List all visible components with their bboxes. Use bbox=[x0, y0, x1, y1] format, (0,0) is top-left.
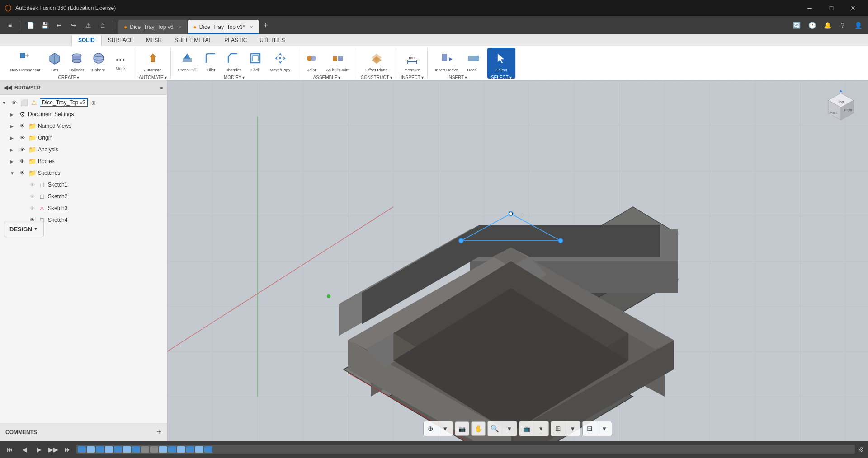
tab-close-2[interactable]: ✕ bbox=[250, 25, 253, 30]
joint-button[interactable]: Joint bbox=[302, 50, 321, 75]
press-pull-button[interactable]: Press Pull bbox=[175, 50, 199, 75]
tab-surface[interactable]: SURFACE bbox=[102, 35, 140, 46]
create-more-button[interactable]: ⋯ More bbox=[110, 50, 130, 75]
display-mode-button[interactable]: ⊞ bbox=[551, 421, 566, 436]
sphere-button[interactable]: Sphere bbox=[89, 50, 108, 75]
design-mode-button[interactable]: DESIGN ▼ bbox=[4, 221, 44, 237]
box-button[interactable]: Box bbox=[45, 50, 65, 75]
tab-utilities[interactable]: UTILITIES bbox=[253, 35, 291, 46]
fillet-button[interactable]: Fillet bbox=[201, 50, 221, 75]
insert-group-label[interactable]: INSERT ▾ bbox=[448, 75, 467, 80]
browser-collapse-button[interactable]: ● bbox=[160, 84, 163, 91]
timeline-item-2[interactable] bbox=[87, 446, 95, 453]
browser-item-document-settings[interactable]: ▶ ⚙ Document Settings bbox=[0, 108, 167, 120]
root-label[interactable]: Dice_Tray_Top v3 bbox=[40, 98, 88, 107]
timeline-last-button[interactable]: ⏭ bbox=[61, 443, 74, 456]
home-button[interactable]: ⌂ bbox=[96, 19, 109, 32]
assemble-group-label[interactable]: ASSEMBLE ▾ bbox=[313, 75, 341, 80]
grid-button[interactable]: ⊟ bbox=[583, 421, 597, 436]
insert-derive-button[interactable]: Insert Derive bbox=[432, 50, 461, 75]
timeline-item-5[interactable] bbox=[114, 446, 122, 453]
timeline-settings-button[interactable]: ⚙ bbox=[859, 446, 864, 453]
browser-item-sketch2[interactable]: ▶ 👁 □ Sketch2 bbox=[0, 191, 167, 202]
analysis-eye-icon[interactable]: 👁 bbox=[18, 147, 26, 152]
browser-item-sketch3[interactable]: ▶ 👁 ⚠ Sketch3 bbox=[0, 202, 167, 214]
timeline-item-8[interactable] bbox=[141, 446, 149, 453]
orbit-button[interactable]: ⊕ bbox=[424, 421, 438, 436]
timeline-prev-button[interactable]: ◀ bbox=[18, 443, 31, 456]
tab-close-1[interactable]: ✕ bbox=[178, 25, 182, 30]
timeline-item-6[interactable] bbox=[123, 446, 131, 453]
app-menu-button[interactable]: ≡ bbox=[4, 19, 16, 32]
add-comment-button[interactable]: + bbox=[156, 427, 161, 437]
tab-solid[interactable]: SOLID bbox=[71, 35, 102, 46]
tab-dice-tray-v3[interactable]: ● Dice_Tray_Top v3* ✕ bbox=[188, 20, 259, 34]
browser-item-analysis[interactable]: ▶ 👁 📁 Analysis bbox=[0, 144, 167, 155]
browser-root-item[interactable]: ▼ 👁 ⬜ ⚠ Dice_Tray_Top v3 ◎ bbox=[0, 97, 167, 108]
help-button[interactable]: ? bbox=[836, 19, 849, 32]
decal-button[interactable]: Decal bbox=[462, 50, 482, 75]
look-at-button[interactable]: 📷 bbox=[455, 421, 469, 436]
sketch3-eye-icon[interactable]: 👁 bbox=[28, 206, 36, 211]
minimize-button[interactable]: ─ bbox=[799, 0, 820, 16]
timeline-track[interactable] bbox=[76, 445, 855, 454]
shell-button[interactable]: Shell bbox=[245, 50, 265, 75]
construct-group-label[interactable]: CONSTRUCT ▾ bbox=[361, 75, 392, 80]
root-eye-icon[interactable]: 👁 bbox=[10, 100, 18, 105]
timeline-next-button[interactable]: ▶▶ bbox=[47, 443, 60, 456]
timeline-item-3[interactable] bbox=[96, 446, 104, 453]
timeline-play-button[interactable]: ▶ bbox=[33, 443, 45, 456]
display-dropdown[interactable]: ▾ bbox=[566, 421, 580, 436]
browser-item-bodies[interactable]: ▶ 👁 📁 Bodies bbox=[0, 155, 167, 167]
timeline-item-4[interactable] bbox=[105, 446, 113, 453]
tab-sheet-metal[interactable]: SHEET METAL bbox=[168, 35, 218, 46]
timeline-item-1[interactable] bbox=[78, 446, 86, 453]
named-views-eye-icon[interactable]: 👁 bbox=[18, 123, 26, 129]
bodies-eye-icon[interactable]: 👁 bbox=[18, 159, 26, 164]
timeline-item-14[interactable] bbox=[195, 446, 203, 453]
offset-plane-button[interactable]: Offset Plane bbox=[363, 50, 390, 75]
chamfer-button[interactable]: Chamfer bbox=[222, 50, 244, 75]
inspect-group-label[interactable]: INSPECT ▾ bbox=[401, 75, 424, 80]
cylinder-button[interactable]: Cylinder bbox=[66, 50, 87, 75]
profile-button[interactable]: 👤 bbox=[852, 19, 864, 32]
timeline-item-13[interactable] bbox=[186, 446, 194, 453]
fit-button[interactable]: 📺 bbox=[519, 421, 534, 436]
browser-item-sketch1[interactable]: ▶ 👁 □ Sketch1 bbox=[0, 179, 167, 191]
sketch2-eye-icon[interactable]: 👁 bbox=[28, 194, 36, 199]
zoom-button[interactable]: 🔍 bbox=[488, 421, 502, 436]
browser-item-origin[interactable]: ▶ 👁 📁 Origin bbox=[0, 132, 167, 144]
warning-button[interactable]: ⚠ bbox=[82, 19, 94, 32]
new-button[interactable]: 📄 bbox=[24, 19, 37, 32]
close-button[interactable]: ✕ bbox=[843, 0, 863, 16]
notifications-button[interactable]: 🔔 bbox=[821, 19, 834, 32]
browser-item-sketches[interactable]: ▼ 👁 📁 Sketches bbox=[0, 167, 167, 179]
tab-dice-tray-v6[interactable]: ● Dice_Tray_Top v6 ✕ bbox=[118, 20, 187, 34]
create-group-label[interactable]: CREATE ▾ bbox=[58, 75, 80, 80]
tab-plastic[interactable]: PLASTIC bbox=[218, 35, 253, 46]
timeline-item-7[interactable] bbox=[132, 446, 140, 453]
zoom-dropdown[interactable]: ▾ bbox=[502, 421, 517, 436]
restore-button[interactable]: □ bbox=[821, 0, 842, 16]
origin-eye-icon[interactable]: 👁 bbox=[18, 135, 26, 140]
view-dropdown[interactable]: ▾ bbox=[534, 421, 548, 436]
new-component-button[interactable]: New Component bbox=[7, 50, 43, 75]
new-tab-button[interactable]: + bbox=[259, 19, 272, 32]
browser-collapse-icon[interactable]: ◀◀ bbox=[4, 84, 12, 91]
timeline-item-9[interactable] bbox=[150, 446, 158, 453]
automate-button[interactable]: Automate bbox=[142, 50, 165, 75]
save-button[interactable]: 💾 bbox=[38, 19, 51, 32]
sketch1-eye-icon[interactable]: 👁 bbox=[28, 182, 36, 187]
redo-button[interactable]: ↪ bbox=[67, 19, 80, 32]
modify-group-label[interactable]: MODIFY ▾ bbox=[224, 75, 245, 80]
history-button[interactable]: 🕐 bbox=[806, 19, 818, 32]
sync-button[interactable]: 🔄 bbox=[790, 19, 803, 32]
grid-dropdown[interactable]: ▾ bbox=[597, 421, 612, 436]
orbit-dropdown[interactable]: ▾ bbox=[438, 421, 453, 436]
automate-group-label[interactable]: AUTOMATE ▾ bbox=[139, 75, 167, 80]
pan-button[interactable]: ✋ bbox=[471, 421, 486, 436]
select-button[interactable]: Select bbox=[491, 50, 511, 75]
view-cube[interactable]: Top Front Right bbox=[823, 89, 859, 126]
timeline-item-11[interactable] bbox=[168, 446, 176, 453]
timeline-item-10[interactable] bbox=[159, 446, 167, 453]
